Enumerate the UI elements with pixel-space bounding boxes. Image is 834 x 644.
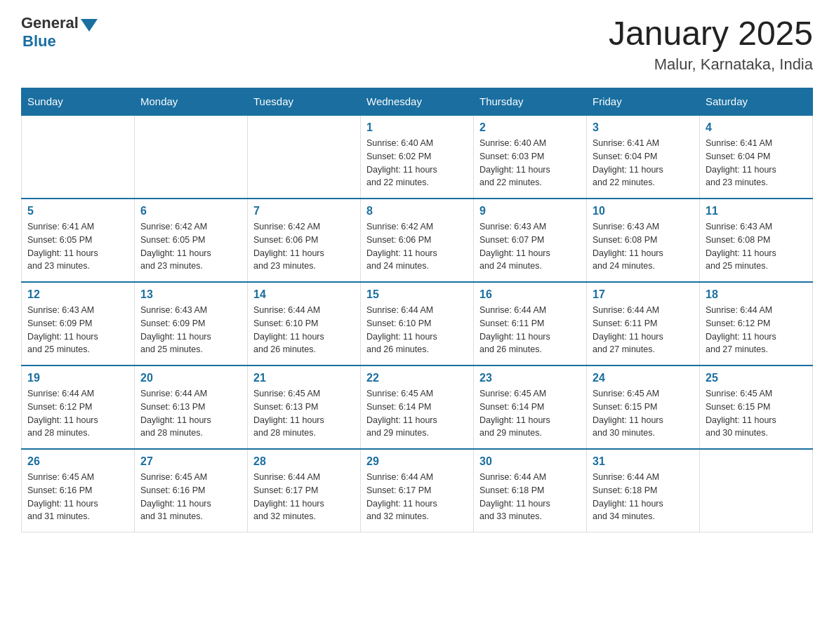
calendar-cell: 31Sunrise: 6:44 AM Sunset: 6:18 PM Dayli… [587,449,700,532]
day-info: Sunrise: 6:45 AM Sunset: 6:16 PM Dayligh… [140,471,241,523]
logo-triangle-icon [81,19,98,32]
day-number: 23 [479,372,581,384]
day-number: 6 [140,205,241,217]
week-row: 5Sunrise: 6:41 AM Sunset: 6:05 PM Daylig… [22,199,813,282]
day-number: 21 [253,372,355,384]
day-info: Sunrise: 6:45 AM Sunset: 6:16 PM Dayligh… [27,471,128,523]
calendar-day-header: Friday [587,88,700,116]
week-row: 12Sunrise: 6:43 AM Sunset: 6:09 PM Dayli… [22,282,813,365]
day-number: 25 [706,372,807,384]
calendar-cell: 12Sunrise: 6:43 AM Sunset: 6:09 PM Dayli… [22,282,135,365]
day-number: 12 [27,288,128,301]
title-block: January 2025 Malur, Karnataka, India [609,14,813,74]
day-info: Sunrise: 6:40 AM Sunset: 6:03 PM Dayligh… [479,137,581,189]
day-info: Sunrise: 6:44 AM Sunset: 6:11 PM Dayligh… [479,304,581,356]
day-info: Sunrise: 6:40 AM Sunset: 6:02 PM Dayligh… [366,137,468,189]
day-info: Sunrise: 6:45 AM Sunset: 6:14 PM Dayligh… [479,387,581,440]
calendar-cell: 27Sunrise: 6:45 AM Sunset: 6:16 PM Dayli… [135,449,248,532]
day-info: Sunrise: 6:43 AM Sunset: 6:08 PM Dayligh… [706,220,807,273]
day-number: 29 [366,455,468,468]
day-number: 13 [140,288,241,301]
week-row: 19Sunrise: 6:44 AM Sunset: 6:12 PM Dayli… [22,365,813,449]
calendar-cell: 14Sunrise: 6:44 AM Sunset: 6:10 PM Dayli… [248,282,361,365]
day-number: 15 [366,288,468,301]
calendar-cell: 9Sunrise: 6:43 AM Sunset: 6:07 PM Daylig… [474,199,587,282]
calendar-cell: 6Sunrise: 6:42 AM Sunset: 6:05 PM Daylig… [135,199,248,282]
calendar-cell: 3Sunrise: 6:41 AM Sunset: 6:04 PM Daylig… [587,115,700,199]
calendar-cell: 2Sunrise: 6:40 AM Sunset: 6:03 PM Daylig… [474,115,587,199]
day-info: Sunrise: 6:42 AM Sunset: 6:05 PM Dayligh… [140,220,241,273]
day-number: 22 [366,372,468,384]
calendar-cell: 23Sunrise: 6:45 AM Sunset: 6:14 PM Dayli… [474,365,587,449]
day-number: 16 [479,288,581,301]
day-number: 20 [140,372,241,384]
week-row: 26Sunrise: 6:45 AM Sunset: 6:16 PM Dayli… [22,449,813,532]
calendar-cell: 24Sunrise: 6:45 AM Sunset: 6:15 PM Dayli… [587,365,700,449]
day-info: Sunrise: 6:44 AM Sunset: 6:12 PM Dayligh… [706,304,807,356]
calendar-cell: 4Sunrise: 6:41 AM Sunset: 6:04 PM Daylig… [700,115,813,199]
day-info: Sunrise: 6:44 AM Sunset: 6:18 PM Dayligh… [479,471,581,523]
day-info: Sunrise: 6:44 AM Sunset: 6:17 PM Dayligh… [366,471,468,523]
calendar-cell [22,115,135,199]
day-number: 9 [479,205,581,217]
day-number: 2 [479,121,581,134]
day-info: Sunrise: 6:44 AM Sunset: 6:13 PM Dayligh… [140,387,241,440]
calendar-cell: 30Sunrise: 6:44 AM Sunset: 6:18 PM Dayli… [474,449,587,532]
logo: General Blue [21,14,98,51]
day-info: Sunrise: 6:44 AM Sunset: 6:10 PM Dayligh… [366,304,468,356]
day-info: Sunrise: 6:42 AM Sunset: 6:06 PM Dayligh… [366,220,468,273]
calendar-cell: 5Sunrise: 6:41 AM Sunset: 6:05 PM Daylig… [22,199,135,282]
calendar-cell: 13Sunrise: 6:43 AM Sunset: 6:09 PM Dayli… [135,282,248,365]
day-info: Sunrise: 6:44 AM Sunset: 6:17 PM Dayligh… [253,471,355,523]
month-year-title: January 2025 [609,14,813,53]
page-header: General Blue January 2025 Malur, Karnata… [21,14,813,74]
day-info: Sunrise: 6:41 AM Sunset: 6:04 PM Dayligh… [593,137,694,189]
day-number: 4 [706,121,807,134]
day-number: 30 [479,455,581,468]
day-number: 11 [706,205,807,217]
day-info: Sunrise: 6:42 AM Sunset: 6:06 PM Dayligh… [253,220,355,273]
day-number: 27 [140,455,241,468]
day-info: Sunrise: 6:44 AM Sunset: 6:11 PM Dayligh… [593,304,694,356]
day-info: Sunrise: 6:41 AM Sunset: 6:04 PM Dayligh… [706,137,807,189]
week-row: 1Sunrise: 6:40 AM Sunset: 6:02 PM Daylig… [22,115,813,199]
day-number: 8 [366,205,468,217]
day-number: 10 [593,205,694,217]
calendar-cell: 16Sunrise: 6:44 AM Sunset: 6:11 PM Dayli… [474,282,587,365]
day-number: 17 [593,288,694,301]
calendar-cell: 8Sunrise: 6:42 AM Sunset: 6:06 PM Daylig… [361,199,474,282]
day-number: 5 [27,205,128,217]
day-number: 28 [253,455,355,468]
day-info: Sunrise: 6:43 AM Sunset: 6:08 PM Dayligh… [593,220,694,273]
calendar-cell: 10Sunrise: 6:43 AM Sunset: 6:08 PM Dayli… [587,199,700,282]
calendar-cell [248,115,361,199]
day-info: Sunrise: 6:43 AM Sunset: 6:07 PM Dayligh… [479,220,581,273]
calendar-day-header: Tuesday [248,88,361,116]
day-info: Sunrise: 6:45 AM Sunset: 6:13 PM Dayligh… [253,387,355,440]
logo-blue-text: Blue [22,32,56,51]
calendar-cell: 21Sunrise: 6:45 AM Sunset: 6:13 PM Dayli… [248,365,361,449]
calendar-cell: 11Sunrise: 6:43 AM Sunset: 6:08 PM Dayli… [700,199,813,282]
day-info: Sunrise: 6:45 AM Sunset: 6:14 PM Dayligh… [366,387,468,440]
calendar-cell: 1Sunrise: 6:40 AM Sunset: 6:02 PM Daylig… [361,115,474,199]
calendar-cell: 20Sunrise: 6:44 AM Sunset: 6:13 PM Dayli… [135,365,248,449]
calendar-cell: 29Sunrise: 6:44 AM Sunset: 6:17 PM Dayli… [361,449,474,532]
calendar-header-row: SundayMondayTuesdayWednesdayThursdayFrid… [22,88,813,116]
day-info: Sunrise: 6:41 AM Sunset: 6:05 PM Dayligh… [27,220,128,273]
day-info: Sunrise: 6:44 AM Sunset: 6:10 PM Dayligh… [253,304,355,356]
calendar-day-header: Thursday [474,88,587,116]
day-number: 31 [593,455,694,468]
calendar-cell: 19Sunrise: 6:44 AM Sunset: 6:12 PM Dayli… [22,365,135,449]
calendar-table: SundayMondayTuesdayWednesdayThursdayFrid… [21,88,813,532]
day-number: 1 [366,121,468,134]
calendar-cell [700,449,813,532]
day-info: Sunrise: 6:44 AM Sunset: 6:12 PM Dayligh… [27,387,128,440]
location-subtitle: Malur, Karnataka, India [609,55,813,74]
day-info: Sunrise: 6:45 AM Sunset: 6:15 PM Dayligh… [593,387,694,440]
calendar-cell: 18Sunrise: 6:44 AM Sunset: 6:12 PM Dayli… [700,282,813,365]
day-number: 24 [593,372,694,384]
day-info: Sunrise: 6:44 AM Sunset: 6:18 PM Dayligh… [593,471,694,523]
day-number: 14 [253,288,355,301]
day-number: 3 [593,121,694,134]
calendar-cell: 7Sunrise: 6:42 AM Sunset: 6:06 PM Daylig… [248,199,361,282]
